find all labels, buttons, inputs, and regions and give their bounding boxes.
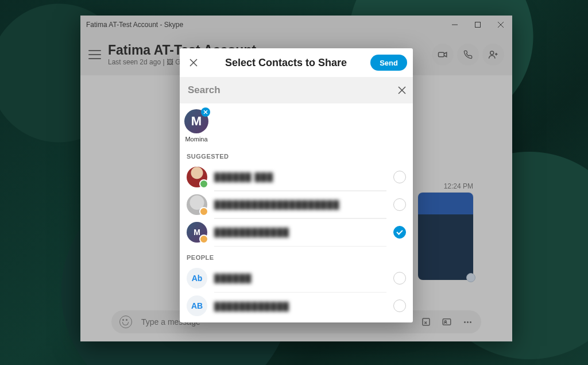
avatar-initial: AB bbox=[191, 301, 203, 310]
selected-contact-avatar: M bbox=[184, 109, 208, 133]
dialog-title: Select Contacts to Share bbox=[202, 57, 370, 69]
contact-row[interactable]: AB ████████████ bbox=[180, 292, 413, 320]
contact-name: ██████ ███ bbox=[214, 172, 273, 182]
contact-row[interactable]: ██████ ███ bbox=[180, 163, 413, 191]
dialog-header: Select Contacts to Share Send bbox=[180, 48, 413, 77]
selected-contact-chip[interactable]: M Momina bbox=[184, 109, 208, 143]
contact-name: ██████ bbox=[214, 274, 252, 283]
contact-select-radio[interactable] bbox=[393, 226, 406, 239]
contact-avatar bbox=[187, 167, 207, 187]
dialog-close-button[interactable] bbox=[185, 55, 202, 71]
contact-select-radio[interactable] bbox=[393, 299, 406, 312]
contact-select-radio[interactable] bbox=[393, 171, 406, 183]
contact-select-radio[interactable] bbox=[393, 272, 406, 285]
contact-avatar: AB bbox=[187, 295, 207, 316]
contact-avatar: Ab bbox=[187, 268, 207, 289]
share-contacts-dialog: Select Contacts to Share Send M Momina S… bbox=[180, 48, 413, 322]
contact-row[interactable]: Ab ██████ bbox=[180, 264, 413, 292]
suggested-section-label: SUGGESTED bbox=[180, 145, 413, 163]
contact-avatar: M bbox=[187, 222, 207, 243]
avatar-initial: Ab bbox=[192, 274, 203, 283]
contact-row[interactable]: ████████████████████ bbox=[180, 191, 413, 218]
contact-name: ████████████ bbox=[214, 228, 289, 237]
presence-away-icon bbox=[199, 235, 208, 244]
contact-row[interactable]: M ████████████ bbox=[180, 218, 413, 246]
contact-name: ████████████████████ bbox=[214, 200, 339, 209]
dialog-search-bar bbox=[180, 77, 413, 103]
selected-contact-name: Momina bbox=[185, 136, 207, 143]
presence-away-icon bbox=[199, 207, 208, 216]
search-input[interactable] bbox=[187, 84, 398, 97]
avatar-initial: M bbox=[191, 114, 202, 129]
dialog-body: M Momina SUGGESTED ██████ ███ ██████████… bbox=[180, 103, 413, 322]
contact-avatar bbox=[187, 194, 207, 215]
contact-name: ████████████ bbox=[214, 302, 289, 311]
people-section-label: PEOPLE bbox=[180, 246, 413, 264]
presence-online-icon bbox=[199, 179, 208, 189]
avatar-initial: M bbox=[194, 228, 200, 237]
send-button[interactable]: Send bbox=[370, 55, 407, 71]
remove-selected-icon[interactable] bbox=[201, 107, 210, 117]
contact-select-radio[interactable] bbox=[393, 198, 406, 211]
clear-search-button[interactable] bbox=[398, 86, 406, 94]
